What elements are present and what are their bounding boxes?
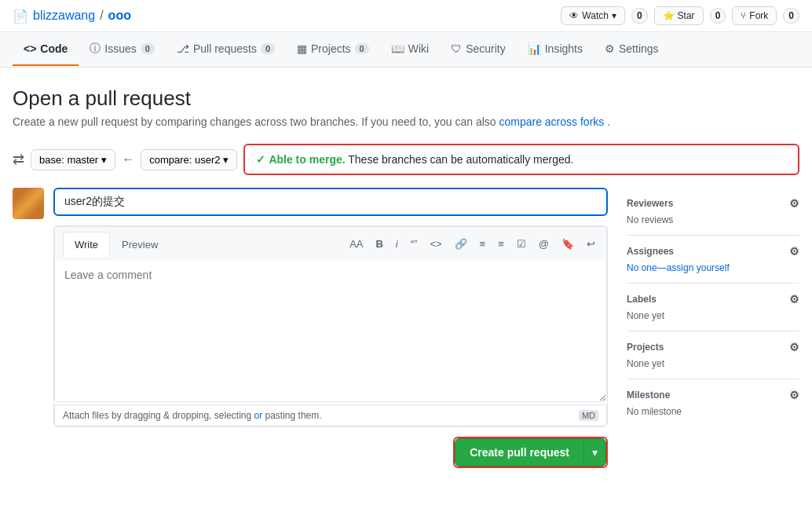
- pr-title-input[interactable]: [53, 188, 608, 216]
- toolbar-bookmark[interactable]: 🔖: [558, 236, 577, 251]
- tab-projects-label: Projects: [311, 42, 351, 55]
- projects-icon: ▦: [297, 42, 307, 55]
- base-branch-button[interactable]: base: master ▾: [31, 149, 115, 170]
- branch-arrow: ←: [122, 152, 134, 167]
- milestone-title: Milestone: [627, 390, 670, 401]
- toolbar-italic[interactable]: i: [393, 236, 401, 251]
- eye-icon: 👁: [569, 10, 579, 21]
- reviewers-title: Reviewers: [627, 198, 673, 209]
- desc-text2: .: [607, 115, 610, 128]
- reviewers-gear-icon[interactable]: ⚙: [789, 197, 799, 210]
- code-icon: <>: [24, 42, 36, 55]
- sidebar-labels: Labels ⚙ None yet: [627, 284, 799, 331]
- desc-text1: Create a new pull request by comparing c…: [13, 115, 496, 128]
- compare-branch-chevron: ▾: [223, 154, 229, 166]
- comment-textarea[interactable]: [54, 261, 607, 402]
- tab-issues[interactable]: ⓘ Issues 0: [79, 32, 166, 67]
- preview-tab[interactable]: Preview: [110, 232, 170, 257]
- toolbar-bold[interactable]: B: [372, 236, 386, 251]
- assignees-gear-icon[interactable]: ⚙: [789, 245, 799, 258]
- editor-container: Write Preview AA B i “” <> 🔗 ≡ ≡ ☑ @ 🔖: [53, 225, 608, 427]
- top-actions: 👁 Watch ▾ 0 ⭐ Star 0 ⑂ Fork 0: [561, 6, 799, 25]
- reviewers-value: No reviews: [627, 214, 799, 225]
- write-tab[interactable]: Write: [63, 232, 110, 257]
- tab-insights[interactable]: 📊 Insights: [517, 33, 594, 66]
- sidebar-milestone: Milestone ⚙ No milestone: [627, 379, 799, 426]
- tab-code[interactable]: <> Code: [13, 33, 79, 66]
- create-pull-request-button[interactable]: Create pull request: [455, 438, 583, 467]
- attach-link[interactable]: or: [254, 410, 265, 421]
- star-button[interactable]: ⭐ Star: [654, 6, 704, 25]
- wiki-icon: 📖: [391, 42, 404, 55]
- base-branch-chevron: ▾: [101, 154, 107, 166]
- toolbar-quote[interactable]: “”: [408, 236, 421, 251]
- toolbar-list-ol[interactable]: ≡: [495, 236, 507, 251]
- compare-icon: ⇄: [13, 151, 24, 168]
- tab-security[interactable]: 🛡 Security: [440, 33, 517, 66]
- sidebar-projects: Projects ⚙ None yet: [627, 331, 799, 379]
- tab-pull-requests[interactable]: ⎇ Pull requests 0: [166, 33, 286, 66]
- pr-icon: ⎇: [177, 42, 189, 55]
- watch-count: 0: [631, 8, 648, 24]
- markdown-icon[interactable]: MD: [579, 410, 598, 421]
- compare-branch-button[interactable]: compare: user2 ▾: [141, 149, 237, 170]
- milestone-value: No milestone: [627, 406, 799, 417]
- assignees-header: Assignees ⚙: [627, 245, 799, 258]
- sidebar-reviewers: Reviewers ⚙ No reviews: [627, 188, 799, 236]
- toolbar-task-list[interactable]: ☑: [514, 236, 529, 251]
- assignees-title: Assignees: [627, 246, 674, 257]
- reviewers-header: Reviewers ⚙: [627, 197, 799, 210]
- tab-wiki[interactable]: 📖 Wiki: [380, 33, 440, 66]
- tab-insights-label: Insights: [545, 42, 583, 55]
- attach-note: Attach files by dragging & dropping, sel…: [54, 404, 607, 426]
- tab-pr-label: Pull requests: [193, 42, 257, 55]
- toolbar-mention[interactable]: @: [536, 236, 552, 251]
- milestone-header: Milestone ⚙: [627, 389, 799, 401]
- compare-forks-link[interactable]: compare across forks: [499, 115, 604, 128]
- tab-wiki-label: Wiki: [408, 42, 429, 55]
- toolbar-aa[interactable]: AA: [346, 236, 366, 251]
- compare-branch-label: compare: user2: [149, 154, 220, 166]
- toolbar-code[interactable]: <>: [426, 236, 444, 251]
- check-icon: ✓: [256, 153, 265, 166]
- tab-projects[interactable]: ▦ Projects 0: [286, 33, 380, 66]
- tab-settings[interactable]: ⚙ Settings: [594, 33, 670, 66]
- security-icon: 🛡: [451, 42, 462, 55]
- fork-label: Fork: [749, 10, 768, 21]
- form-fields: Write Preview AA B i “” <> 🔗 ≡ ≡ ☑ @ 🔖: [53, 188, 608, 468]
- toolbar-list-ul[interactable]: ≡: [477, 236, 489, 251]
- page-desc: Create a new pull request by comparing c…: [13, 115, 799, 128]
- projects-value: None yet: [627, 358, 799, 369]
- create-btn-group: Create pull request ▾: [453, 437, 608, 468]
- issues-badge: 0: [141, 43, 155, 54]
- toolbar-reply[interactable]: ↩: [583, 236, 598, 251]
- fork-button[interactable]: ⑂ Fork: [732, 6, 777, 25]
- top-bar: 📄 blizzawang / ooo 👁 Watch ▾ 0 ⭐ Star 0 …: [0, 0, 812, 32]
- milestone-gear-icon[interactable]: ⚙: [789, 389, 799, 401]
- tab-code-label: Code: [40, 42, 68, 55]
- watch-label: Watch: [582, 10, 609, 21]
- star-count: 0: [710, 8, 726, 24]
- repo-title: 📄 blizzawang / ooo: [13, 9, 131, 24]
- assign-yourself-link[interactable]: No one—assign yourself: [627, 262, 730, 273]
- labels-gear-icon[interactable]: ⚙: [789, 293, 799, 306]
- org-link[interactable]: blizzawang: [33, 9, 95, 23]
- avatar: [13, 188, 44, 219]
- nav-tabs: <> Code ⓘ Issues 0 ⎇ Pull requests 0 ▦ P…: [0, 32, 812, 68]
- tab-settings-label: Settings: [619, 42, 659, 55]
- projects-title: Projects: [627, 342, 664, 353]
- toolbar-link[interactable]: 🔗: [452, 236, 470, 251]
- submit-row: Create pull request ▾: [53, 437, 608, 468]
- fork-icon: ⑂: [741, 10, 746, 21]
- main-content: Open a pull request Create a new pull re…: [0, 68, 812, 487]
- issues-icon: ⓘ: [90, 42, 101, 56]
- fork-count: 0: [783, 8, 799, 24]
- repo-link[interactable]: ooo: [108, 9, 131, 23]
- labels-value: None yet: [627, 310, 799, 321]
- editor-toolbar: Write Preview AA B i “” <> 🔗 ≡ ≡ ☑ @ 🔖: [54, 226, 607, 261]
- watch-button[interactable]: 👁 Watch ▾: [561, 6, 625, 25]
- projects-header: Projects ⚙: [627, 341, 799, 353]
- projects-gear-icon[interactable]: ⚙: [789, 341, 799, 353]
- branch-row: ⇄ base: master ▾ ← compare: user2 ▾ ✓ Ab…: [13, 144, 799, 175]
- create-btn-dropdown[interactable]: ▾: [583, 438, 606, 467]
